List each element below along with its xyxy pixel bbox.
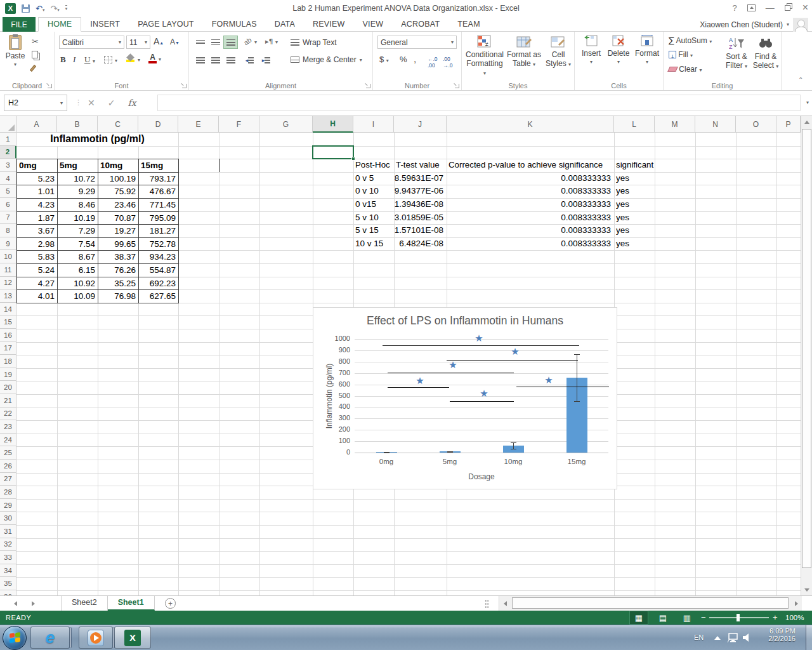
cell-data-table[interactable]: 38.37 [98,250,139,264]
column-header-J[interactable]: J [394,116,447,133]
cell-data-table[interactable]: 70.87 [98,211,139,225]
sort-filter-button[interactable]: AZ Sort &Filter ▾ [722,36,751,70]
column-header-G[interactable]: G [259,116,313,133]
row-header-5[interactable]: 5 [0,185,16,198]
taskbar-media-player[interactable] [79,627,113,649]
cell-data-table[interactable]: 934.23 [138,250,179,264]
borders-icon[interactable]: ▾ [104,56,112,63]
increase-font-icon[interactable]: A▲ [154,36,164,46]
row-header-26[interactable]: 26 [0,460,16,473]
cell-data-table[interactable]: 5.24 [16,263,58,277]
column-header-D[interactable]: D [138,116,178,133]
alignment-dialog-launcher-icon[interactable] [366,84,370,88]
cell-posthoc[interactable]: 0 v 5 [355,172,374,185]
cell-posthoc[interactable]: 8.59631E-07 [394,172,443,185]
decrease-font-icon[interactable]: A▼ [170,37,180,46]
row-header-22[interactable]: 22 [0,408,16,421]
ribbon-tab-home[interactable]: HOME [38,17,81,32]
ribbon-tab-acrobat[interactable]: ACROBAT [392,17,449,32]
decrease-indent-icon[interactable]: ◂ [242,53,257,67]
top-align-icon[interactable] [193,36,207,49]
expand-formula-bar-icon[interactable]: ▾ [806,100,809,105]
row-header-17[interactable]: 17 [0,342,16,355]
row-header-34[interactable]: 34 [0,564,16,578]
italic-button[interactable]: I [73,55,75,65]
cell-posthoc[interactable]: yes [616,237,629,251]
close-icon[interactable]: × [802,2,808,13]
row-header-31[interactable]: 31 [0,525,16,538]
underline-button[interactable]: U [84,55,90,65]
column-header-E[interactable]: E [178,116,219,133]
name-box[interactable]: H2▾ [4,95,67,111]
row-header-23[interactable]: 23 [0,420,16,434]
clear-button[interactable]: Clear ▾ [669,65,702,74]
show-desktop-button[interactable] [806,625,812,650]
row-header-4[interactable]: 4 [0,172,16,185]
cell-data-table[interactable]: 3.67 [16,224,58,238]
insert-function-icon[interactable]: fx [128,98,136,108]
scroll-right-icon[interactable] [795,601,798,606]
align-left-icon[interactable] [193,53,207,67]
cell-data-table[interactable]: 4.23 [16,198,58,212]
cell-data-table[interactable]: 76.98 [98,289,139,303]
cell-styles-button[interactable]: CellStyles ▾ [543,35,573,68]
cell-data-table[interactable]: 9.29 [57,185,98,199]
cell-data-table[interactable]: 19.27 [98,224,139,238]
cut-button[interactable]: ✂ [32,37,39,46]
cell-posthoc[interactable]: 9.94377E-06 [394,185,443,198]
fill-handle[interactable] [351,157,355,161]
row-header-18[interactable]: 18 [0,355,16,368]
row-header-13[interactable]: 13 [0,289,16,303]
cell-data-table[interactable]: 627.65 [138,289,179,303]
page-break-view-button[interactable]: ▥ [678,611,697,625]
row-header-12[interactable]: 12 [0,277,16,290]
cell-title[interactable]: Inflammotin (pg/ml) [16,133,178,146]
font-size-combo[interactable]: 11▾ [126,36,150,49]
text-direction-icon[interactable]: ▸¶ ▾ [265,37,278,46]
cell-posthoc-header[interactable]: T-test value [396,159,440,172]
ribbon-display-options-icon[interactable] [747,4,756,11]
zoom-out-icon[interactable]: − [701,613,706,622]
cell-posthoc[interactable]: yes [616,172,629,185]
row-header-16[interactable]: 16 [0,329,16,342]
row-header-25[interactable]: 25 [0,446,16,460]
fill-color-icon[interactable]: ▾ [126,55,134,62]
row-header-27[interactable]: 27 [0,473,16,486]
ribbon-tab-data[interactable]: DATA [266,17,304,32]
cell-posthoc[interactable]: yes [616,224,629,237]
cell-posthoc[interactable]: 0 v 10 [355,185,379,198]
cell-data-table[interactable]: 795.09 [138,211,179,225]
wrap-text-button[interactable]: Wrap Text [291,38,337,47]
row-header-3[interactable]: 3 [0,159,16,172]
start-button[interactable] [3,626,27,650]
tray-volume-icon[interactable] [742,632,752,644]
comma-icon[interactable]: , [414,53,416,64]
ribbon-tab-insert[interactable]: INSERT [81,17,129,32]
tray-hidden-icons-icon[interactable] [714,636,721,640]
sheet-tab-sheet2[interactable]: Sheet2 [62,596,108,611]
cell-data-table[interactable]: 5.83 [16,250,58,264]
cell-posthoc[interactable]: 0.008333333 [447,172,611,185]
number-dialog-launcher-icon[interactable] [455,84,459,88]
font-name-combo[interactable]: Calibri▾ [59,36,124,49]
row-header-14[interactable]: 14 [0,303,16,316]
cell-data-table[interactable]: 771.45 [138,198,179,212]
percent-icon[interactable]: % [400,55,407,64]
copy-button[interactable] [32,51,38,58]
cell-posthoc-header[interactable]: Corrected p-value to achieve significanc… [449,159,603,172]
row-header-24[interactable]: 24 [0,434,16,447]
selected-cell[interactable] [312,145,354,160]
avatar[interactable] [793,18,808,32]
cell-data-table[interactable]: 4.01 [16,289,58,303]
format-as-table-button[interactable]: Format asTable ▾ [506,35,542,68]
ribbon-tab-team[interactable]: TEAM [449,17,489,32]
cell-data-table[interactable]: 1.87 [16,211,58,225]
row-header-36[interactable]: 36 [0,590,16,595]
scroll-up-icon[interactable] [801,116,812,128]
cell-data-table[interactable]: 10.19 [57,211,98,225]
clipboard-dialog-launcher-icon[interactable] [48,84,52,88]
middle-align-icon[interactable] [208,36,223,49]
cell-posthoc[interactable]: 0.008333333 [447,224,611,237]
cell-posthoc[interactable]: 6.4824E-08 [394,237,443,251]
column-header-L[interactable]: L [614,116,655,133]
